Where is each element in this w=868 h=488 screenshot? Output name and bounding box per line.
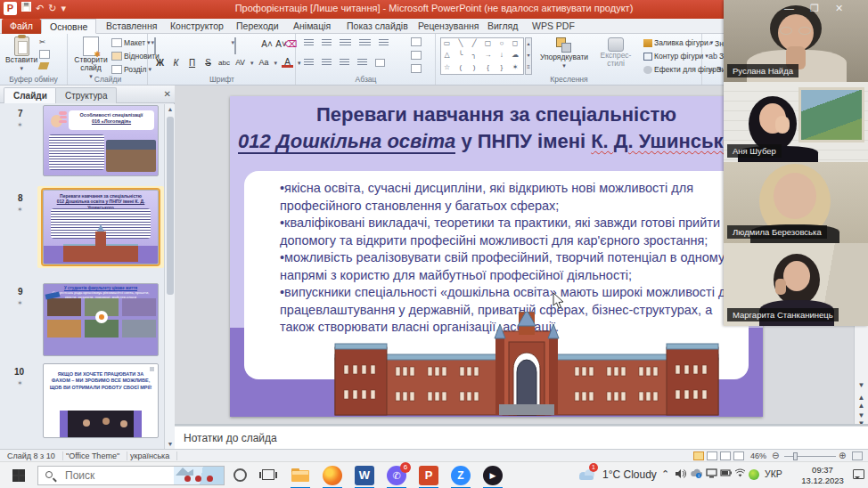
- line-spacing-icon[interactable]: [379, 39, 389, 47]
- tab-design[interactable]: Конструктор: [162, 19, 232, 34]
- cortana-button[interactable]: [233, 468, 247, 482]
- arrange-button[interactable]: Упорядкувати▾: [538, 37, 590, 69]
- tab-review[interactable]: Рецензування: [410, 19, 487, 34]
- tab-outline[interactable]: Структура: [55, 87, 117, 103]
- zoom-slider-thumb[interactable]: [793, 452, 798, 460]
- align-center-icon[interactable]: [322, 59, 332, 67]
- language-switcher[interactable]: УКР: [765, 468, 782, 479]
- columns-icon[interactable]: [375, 59, 385, 67]
- scroll-down-icon[interactable]: ▼: [166, 441, 175, 447]
- tab-wps-pdf[interactable]: WPS PDF: [524, 19, 583, 34]
- layout-button[interactable]: Макет▾: [111, 38, 151, 47]
- close-icon[interactable]: ✕: [835, 3, 843, 14]
- section-button[interactable]: Розділ▾: [111, 65, 151, 74]
- search-daily-image[interactable]: [174, 467, 224, 484]
- underline-button[interactable]: П: [186, 57, 198, 69]
- align-right-icon[interactable]: [340, 59, 349, 67]
- tab-slides-thumbnails[interactable]: Слайди: [4, 87, 57, 103]
- change-case-button[interactable]: Aa: [258, 57, 270, 69]
- antivirus-icon[interactable]: [749, 469, 759, 480]
- wifi-icon[interactable]: [734, 468, 746, 480]
- shapes-gallery[interactable]: ▭╲╱▢○◻ △╰╮→↓☁ ☆(){}✶: [440, 37, 524, 75]
- bullets-icon[interactable]: [304, 39, 314, 47]
- normal-view-button[interactable]: [693, 451, 704, 460]
- quick-styles-button[interactable]: Експрес-стилі: [592, 37, 640, 68]
- zoom-slider[interactable]: [784, 456, 836, 457]
- volume-icon[interactable]: [675, 468, 686, 481]
- tab-animations[interactable]: Анімація: [285, 19, 339, 34]
- slide-sorter-view-button[interactable]: [707, 451, 717, 460]
- format-painter-button[interactable]: [39, 62, 48, 69]
- powerpoint-icon[interactable]: P: [419, 466, 438, 485]
- shape-outline-button[interactable]: Контур фігури▾: [643, 52, 708, 61]
- tab-view[interactable]: Вигляд: [479, 19, 526, 34]
- viber-icon[interactable]: ✆6: [387, 466, 406, 485]
- zoom-app-icon[interactable]: Z: [451, 466, 471, 485]
- font-size-combo[interactable]: [234, 37, 236, 54]
- grow-font-button[interactable]: A˄: [261, 38, 273, 50]
- numbering-icon[interactable]: [322, 39, 332, 47]
- paste-button[interactable]: Вставити▾: [5, 37, 37, 72]
- start-button[interactable]: [12, 469, 25, 482]
- language-indicator[interactable]: українська: [123, 451, 177, 460]
- action-center-icon[interactable]: [853, 469, 864, 479]
- minimize-icon[interactable]: —: [784, 3, 794, 14]
- taskbar-search[interactable]: [37, 466, 225, 485]
- slide-canvas[interactable]: •якісна освіта, сучасні дисципліни, які …: [230, 96, 763, 417]
- bold-button[interactable]: Ж: [154, 57, 166, 69]
- copy-button[interactable]: [39, 50, 50, 59]
- clear-formatting-button[interactable]: ⌫: [284, 38, 297, 50]
- notes-pane[interactable]: Нотатки до слайда: [175, 426, 868, 449]
- panel-close-icon[interactable]: ✕: [164, 89, 171, 99]
- zoom-in-button[interactable]: ⊕: [839, 451, 846, 460]
- participant-tile[interactable]: Аня Шубер: [724, 82, 868, 162]
- slide-thumbnail-9[interactable]: У студентів факультету цікаве життя Студ…: [43, 283, 159, 356]
- spacing-dropdown-icon[interactable]: ▾: [250, 60, 254, 67]
- file-explorer-icon[interactable]: [291, 466, 310, 485]
- slide-thumbnail-8[interactable]: Переваги навчання за спеціальністю 012 Д…: [43, 190, 159, 264]
- tab-file[interactable]: Файл: [2, 19, 41, 34]
- reading-view-button[interactable]: [720, 451, 731, 460]
- fit-to-window-button[interactable]: [852, 451, 863, 460]
- panel-scrollbar[interactable]: ▲ ▼: [164, 104, 175, 449]
- shapes-scroll[interactable]: ▴▾≡: [525, 37, 532, 75]
- media-player-icon[interactable]: ▶: [483, 466, 503, 485]
- text-shadow-button[interactable]: abc: [218, 57, 230, 69]
- theme-name[interactable]: "Office Theme": [59, 451, 127, 460]
- slide-title[interactable]: Переваги навчання за спеціальністю 012 Д…: [230, 102, 763, 155]
- previous-slide-button[interactable]: ▲▲: [855, 394, 868, 410]
- weather-icon[interactable]: 1: [577, 468, 595, 480]
- firefox-icon[interactable]: [323, 466, 342, 485]
- convert-smartart-icon[interactable]: [411, 64, 422, 73]
- align-text-icon[interactable]: [411, 51, 422, 60]
- font-name-combo[interactable]: [154, 37, 156, 54]
- italic-button[interactable]: К: [170, 57, 182, 69]
- character-spacing-button[interactable]: AV: [234, 57, 246, 69]
- slide-thumbnail-10[interactable]: ЯКЩО ВИ ХОЧЕТЕ ПРАЦЮВАТИ ЗА ФАХОМ – МИ З…: [43, 363, 159, 438]
- clock[interactable]: 09:37 13.12.2023: [797, 465, 848, 486]
- case-dropdown-icon[interactable]: ▾: [274, 60, 278, 67]
- zoom-out-button[interactable]: ⊖: [772, 451, 779, 460]
- scrollbar-thumb[interactable]: [167, 117, 174, 295]
- tray-expand-icon[interactable]: ⌃: [661, 468, 669, 480]
- scroll-up-icon[interactable]: ▲: [166, 106, 175, 112]
- increase-indent-icon[interactable]: [359, 39, 371, 47]
- slideshow-view-button[interactable]: [733, 451, 744, 460]
- justify-icon[interactable]: [357, 59, 367, 67]
- task-view-button[interactable]: [262, 469, 274, 480]
- battery-icon[interactable]: [720, 468, 733, 479]
- tab-insert[interactable]: Вставлення: [98, 19, 165, 34]
- tab-transitions[interactable]: Переходи: [228, 19, 287, 34]
- decrease-indent-icon[interactable]: [340, 39, 351, 47]
- participant-tile[interactable]: Людмила Березовська: [724, 162, 868, 243]
- tab-home[interactable]: Основне: [41, 19, 96, 34]
- tab-slideshow[interactable]: Показ слайдів: [339, 19, 416, 34]
- maximize-icon[interactable]: ❐: [810, 3, 819, 14]
- align-left-icon[interactable]: [304, 59, 314, 67]
- strikethrough-button[interactable]: S: [202, 57, 214, 69]
- new-slide-button[interactable]: Створити слайд▾: [72, 37, 110, 80]
- slide-thumbnail-7[interactable]: Особливості спеціалізації 016 «Логопедія…: [43, 105, 159, 176]
- participant-tile[interactable]: Маргарита Станканинець: [724, 243, 868, 326]
- text-direction-icon[interactable]: [411, 37, 422, 46]
- display-icon[interactable]: [706, 468, 717, 480]
